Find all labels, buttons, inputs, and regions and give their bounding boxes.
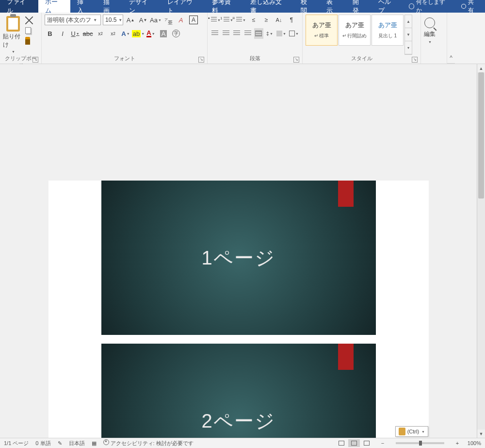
font-name-combo[interactable]: 游明朝 (本文のフ▼ [45, 15, 101, 25]
format-painter-button[interactable] [25, 37, 30, 45]
font-dialog-launcher[interactable]: ↘ [198, 57, 204, 63]
home-tab[interactable]: ホーム [38, 0, 70, 13]
find-button[interactable]: 編集 ▼ [424, 15, 436, 55]
insert-tab[interactable]: 挿入 [70, 0, 96, 13]
superscript-button[interactable]: x2 [108, 28, 118, 39]
highlight-button[interactable]: ab▼ [133, 28, 144, 39]
enclose-characters-button[interactable]: 字 [171, 28, 181, 39]
align-distributed-button[interactable] [254, 28, 263, 39]
design-tab[interactable]: デザイン [122, 0, 161, 13]
subscript-button[interactable]: x2 [95, 28, 106, 39]
show-marks-button[interactable]: ¶ [286, 15, 297, 25]
multilevel-list-button[interactable]: ▼ [236, 15, 246, 25]
italic-button[interactable]: I [57, 28, 68, 39]
style-heading1[interactable]: あア亜 見出し 1 [372, 15, 404, 46]
align-left-button[interactable] [210, 28, 220, 39]
page-count[interactable]: 1/1 ページ [4, 440, 29, 447]
macro-icon[interactable]: ▦ [92, 440, 97, 447]
text-effects-button[interactable]: A▼ [120, 28, 131, 39]
print-layout-button[interactable] [348, 439, 360, 447]
shading-button[interactable]: ▼ [276, 28, 287, 39]
font-size-combo[interactable]: 10.5▼ [103, 15, 123, 25]
cut-button[interactable] [25, 17, 33, 24]
font-group: 游明朝 (本文のフ▼ 10.5▼ A▲ A▼ Aa▼ ア亜 A A B I U▼… [42, 13, 208, 64]
change-case-button[interactable]: Aa▼ [150, 15, 161, 25]
word-count[interactable]: 0 単語 [35, 440, 50, 447]
zoom-level[interactable]: 100% [468, 440, 481, 446]
review-tab[interactable]: 校閲 [294, 0, 320, 13]
web-icon [364, 441, 370, 446]
vertical-scrollbar[interactable]: ▲ ▼ [477, 64, 485, 438]
layout-tab[interactable]: レイアウト [161, 0, 205, 13]
editing-group: 編集 ▼ [421, 13, 447, 64]
align-center-button[interactable] [222, 28, 231, 39]
paste-icon [6, 16, 20, 32]
character-border-button[interactable]: A [188, 15, 199, 25]
slide-accent [338, 344, 354, 370]
styles-gallery-more[interactable]: ▲ ▼ ▾ [404, 15, 412, 55]
zoom-out-button[interactable]: − [379, 440, 386, 446]
tell-me-search[interactable]: 何をしますか [404, 0, 455, 13]
strikethrough-button[interactable]: abc [82, 28, 93, 39]
developer-tab[interactable]: 開発 [346, 0, 372, 13]
mailings-tab[interactable]: 差し込み文書 [243, 0, 294, 13]
align-justify-button[interactable] [243, 28, 253, 39]
zoom-in-button[interactable]: + [454, 440, 461, 446]
bullets-button[interactable]: ▼ [210, 15, 221, 25]
underline-button[interactable]: U▼ [70, 28, 81, 39]
scroll-track[interactable] [477, 72, 485, 430]
share-button[interactable]: 共有 [455, 0, 485, 13]
bold-button[interactable]: B [45, 28, 55, 39]
increase-indent-button[interactable]: ≥ [261, 15, 272, 25]
styles-dialog-launcher[interactable]: ↘ [412, 57, 418, 63]
grow-font-button[interactable]: A▲ [125, 15, 136, 25]
document-scroll[interactable]: 1ページ 2ページ (Ctrl) ▼ [0, 64, 477, 438]
read-mode-button[interactable] [336, 439, 347, 447]
accessibility-status[interactable]: アクセシビリティ: 検討が必要です [103, 439, 194, 447]
scroll-down-button[interactable]: ▼ [477, 430, 485, 438]
decrease-indent-button[interactable]: ≤ [248, 15, 259, 25]
embedded-slide-2[interactable]: 2ページ [101, 344, 376, 438]
paste-options-button[interactable]: (Ctrl) ▼ [395, 426, 428, 437]
phonetic-guide-button[interactable]: ア亜 [163, 15, 174, 25]
language-status[interactable]: 日本語 [69, 440, 85, 447]
zoom-knob[interactable] [419, 441, 422, 446]
scroll-thumb[interactable] [478, 72, 484, 199]
slide-accent [338, 181, 354, 207]
search-icon [424, 17, 435, 28]
character-shading-button[interactable]: A [158, 28, 169, 39]
chevron-down-icon: ▼ [12, 50, 15, 53]
view-tab[interactable]: 表示 [320, 0, 345, 13]
scroll-up-button[interactable]: ▲ [477, 64, 485, 72]
web-layout-button[interactable] [361, 439, 372, 447]
clipboard-dialog-launcher[interactable]: ↘ [32, 57, 38, 63]
copy-button[interactable] [25, 27, 31, 34]
font-group-label: フォント ↘ [45, 55, 204, 64]
status-bar: 1/1 ページ 0 単語 ✎ 日本語 ▦ アクセシビリティ: 検討が必要です −… [0, 438, 485, 448]
sort-button[interactable]: A↓ [274, 15, 284, 25]
borders-button[interactable]: ▼ [289, 28, 299, 39]
paste-button[interactable]: 貼り付け ▼ [3, 15, 23, 55]
view-buttons [336, 439, 372, 447]
clear-formatting-button[interactable]: A [176, 15, 186, 25]
paste-options-label: (Ctrl) [407, 429, 419, 434]
chevron-up-icon: ▲ [405, 15, 412, 28]
font-color-button[interactable]: A▼ [146, 28, 156, 39]
file-tab[interactable]: ファイル [0, 0, 38, 13]
paragraph-group-label: 段落 ↘ [210, 55, 299, 64]
style-no-spacing[interactable]: あア亜 ↵ 行間詰め [339, 15, 371, 46]
collapse-ribbon-button[interactable]: ^ [447, 13, 455, 64]
draw-tab[interactable]: 描画 [97, 0, 122, 13]
spellcheck-icon[interactable]: ✎ [58, 440, 62, 447]
references-tab[interactable]: 参考資料 [205, 0, 243, 13]
help-tab[interactable]: ヘルプ [372, 0, 404, 13]
menu-bar: ファイル ホーム 挿入 描画 デザイン レイアウト 参考資料 差し込み文書 校閲… [0, 0, 485, 13]
zoom-slider[interactable] [396, 442, 444, 444]
embedded-slide-1[interactable]: 1ページ [101, 181, 376, 335]
line-spacing-button[interactable]: ‡▼ [265, 28, 275, 39]
align-right-button[interactable] [232, 28, 242, 39]
style-normal[interactable]: あア亜 ↵ 標準 [306, 15, 338, 46]
page[interactable]: 1ページ 2ページ [48, 181, 429, 438]
paragraph-dialog-launcher[interactable]: ↘ [293, 57, 299, 63]
shrink-font-button[interactable]: A▼ [138, 15, 148, 25]
